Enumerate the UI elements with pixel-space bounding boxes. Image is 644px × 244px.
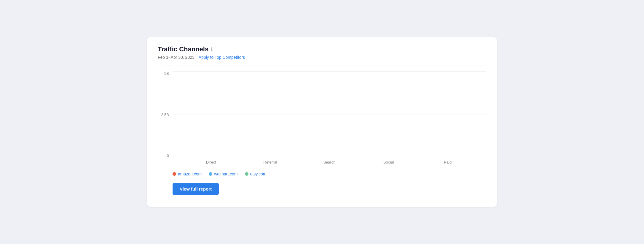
chart-plot: Direct Referral Search Social Paid xyxy=(173,71,486,166)
chart-container: 5B 2.5B 0 xyxy=(158,71,486,166)
y-label-5b: 5B xyxy=(164,71,169,76)
legend-item-walmart[interactable]: walmart.com xyxy=(209,172,237,176)
apply-to-competitors-link[interactable]: Apply to Top Competitors xyxy=(199,55,245,60)
legend-dot-walmart xyxy=(209,172,212,176)
chart-legend: amazon.com walmart.com etsy.com xyxy=(173,172,486,176)
legend-item-amazon[interactable]: amazon.com xyxy=(173,172,202,176)
chart-area: 5B 2.5B 0 xyxy=(158,66,486,197)
legend-dot-amazon xyxy=(173,172,176,176)
date-range: Feb 1–Apr 30, 2023 xyxy=(158,55,195,60)
x-labels: Direct Referral Search Social Paid xyxy=(173,158,486,166)
title-row: Traffic Channels ℹ xyxy=(158,45,486,53)
y-axis: 5B 2.5B 0 xyxy=(158,71,173,166)
traffic-channels-card: Traffic Channels ℹ Feb 1–Apr 30, 2023 Ap… xyxy=(147,37,497,207)
legend-label-walmart: walmart.com xyxy=(214,172,237,176)
legend-label-etsy: etsy.com xyxy=(250,172,267,176)
x-label-direct: Direct xyxy=(199,158,223,166)
view-full-report-button[interactable]: View full report xyxy=(173,183,219,195)
y-label-2_5b: 2.5B xyxy=(161,113,169,117)
card-title: Traffic Channels xyxy=(158,45,208,53)
legend-item-etsy[interactable]: etsy.com xyxy=(245,172,267,176)
x-label-search: Search xyxy=(318,158,341,166)
bars-row xyxy=(173,71,486,158)
legend-label-amazon: amazon.com xyxy=(178,172,202,176)
x-label-referral: Referral xyxy=(258,158,282,166)
x-label-paid: Paid xyxy=(436,158,460,166)
y-label-0: 0 xyxy=(167,153,169,158)
subtitle-row: Feb 1–Apr 30, 2023 Apply to Top Competit… xyxy=(158,55,486,60)
card-header: Traffic Channels ℹ Feb 1–Apr 30, 2023 Ap… xyxy=(158,45,486,60)
x-label-social: Social xyxy=(377,158,401,166)
legend-dot-etsy xyxy=(245,172,248,176)
info-icon[interactable]: ℹ xyxy=(211,47,213,52)
